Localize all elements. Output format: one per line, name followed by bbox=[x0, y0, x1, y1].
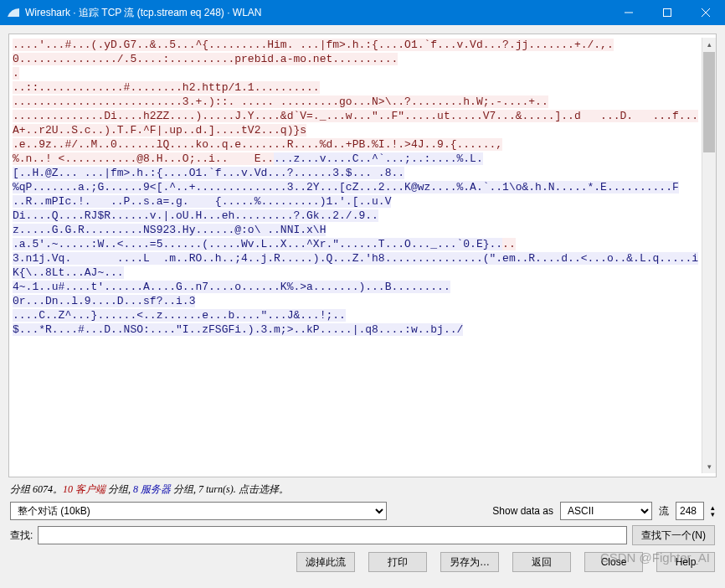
svg-rect-1 bbox=[664, 9, 671, 17]
back-button[interactable]: 返回 bbox=[512, 552, 571, 572]
stream-spinner-icon[interactable]: ▴▾ bbox=[711, 504, 715, 518]
stream-stats: 分组 6074。10 客户端 分组, 8 服务器 分组, 7 turn(s). … bbox=[10, 482, 715, 497]
server-data-segment[interactable]: [..H.@Z... ...|fm>.h.:{....O1.`f...v.Vd.… bbox=[13, 167, 679, 236]
scroll-down-button[interactable]: ▾ bbox=[703, 460, 715, 473]
action-buttons-row: 滤掉此流 打印 另存为… 返回 Close Help bbox=[10, 552, 715, 572]
filter-out-stream-button[interactable]: 滤掉此流 bbox=[296, 552, 355, 572]
print-button[interactable]: 打印 bbox=[368, 552, 427, 572]
stream-content-panel: ....'...#...(.yD.G7..&..5...^{.........H… bbox=[8, 34, 717, 477]
find-label: 查找: bbox=[10, 529, 33, 543]
show-data-as-label: Show data as bbox=[492, 505, 553, 517]
app-icon bbox=[7, 6, 20, 19]
client-data-segment[interactable]: ....'...#...(.yD.G7..&..5...^{.........H… bbox=[13, 39, 698, 151]
stream-number-input[interactable] bbox=[676, 502, 704, 520]
server-data-segment[interactable]: 3.n1j.Vq. ....L .m..RO..h..;4..j.R.....)… bbox=[13, 252, 698, 336]
find-next-button[interactable]: 查找下一个(N) bbox=[632, 525, 715, 545]
stats-client: 10 客户端 bbox=[63, 483, 105, 495]
window-title: Wireshark · 追踪 TCP 流 (tcp.stream eq 248)… bbox=[25, 6, 609, 20]
server-data-segment[interactable]: .a.5'.~.....:W..<....=5......(.....Wv.L.… bbox=[13, 238, 502, 250]
stats-server: 8 服务器 bbox=[133, 483, 171, 495]
maximize-button[interactable] bbox=[648, 0, 686, 25]
help-button[interactable]: Help bbox=[656, 552, 715, 572]
conversation-select[interactable]: 整个对话 (10kB) bbox=[10, 502, 387, 520]
tcp-stream-text[interactable]: ....'...#...(.yD.G7..&..5...^{.........H… bbox=[13, 38, 702, 473]
stream-label: 流 bbox=[659, 504, 669, 518]
minimize-button[interactable] bbox=[609, 0, 648, 25]
close-button[interactable]: Close bbox=[584, 552, 643, 572]
save-as-button[interactable]: 另存为… bbox=[440, 552, 499, 572]
title-bar: Wireshark · 追踪 TCP 流 (tcp.stream eq 248)… bbox=[0, 0, 725, 25]
stats-text: 分组, 7 turn(s). 点击选择。 bbox=[171, 483, 289, 495]
stats-text: 分组, bbox=[105, 483, 133, 495]
scroll-up-button[interactable]: ▴ bbox=[703, 38, 715, 51]
client-data-segment[interactable]: .. bbox=[502, 238, 516, 250]
client-data-segment[interactable]: %.n..! <...........@8.H...O;..i.. E.. bbox=[13, 152, 274, 165]
encoding-select[interactable]: ASCII bbox=[560, 502, 652, 520]
options-row: 整个对话 (10kB) Show data as ASCII 流 ▴▾ bbox=[10, 502, 715, 520]
find-row: 查找: 查找下一个(N) bbox=[10, 525, 715, 545]
close-window-button[interactable] bbox=[686, 0, 725, 25]
vertical-scrollbar[interactable]: ▴ ▾ bbox=[702, 38, 716, 473]
window-buttons bbox=[609, 0, 725, 25]
server-data-segment[interactable]: ...z...v....C..^`...;..:....%.L. bbox=[274, 152, 483, 165]
stats-text: 分组 6074。 bbox=[10, 483, 63, 495]
scroll-thumb[interactable] bbox=[703, 52, 715, 152]
find-input[interactable] bbox=[38, 526, 627, 544]
